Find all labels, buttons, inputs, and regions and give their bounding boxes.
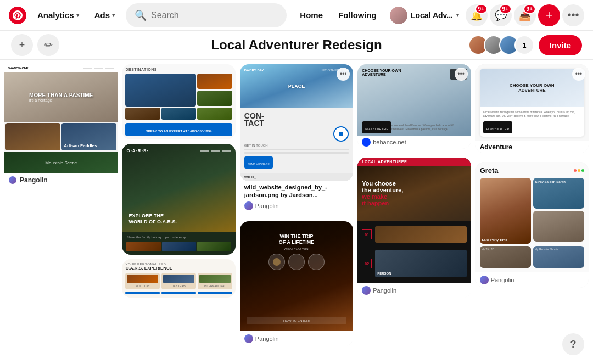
pin-title: wild_website_designed_by_-jardson.png by… (244, 183, 349, 199)
pin-user-name: Pangolin (373, 287, 396, 294)
pin-source-avatar (244, 201, 253, 210)
updates-badge: 9+ (523, 4, 536, 14)
ads-chevron-icon: ▾ (112, 12, 115, 18)
analytics-label: Analytics (37, 10, 74, 20)
pin-user-info: Pangolin (4, 174, 118, 188)
header: Analytics ▾ Ads ▾ 🔍 Home Following Local… (0, 0, 593, 31)
user-profile[interactable]: Local Adv... ▾ (385, 4, 463, 26)
column-5: CHOOSE YOUR OWNADVENTURE Local adventure… (475, 64, 589, 356)
user-avatar (390, 7, 407, 24)
help-button[interactable]: ? (562, 333, 584, 355)
pin-card[interactable]: YOUR PERSONALIZED O.A.R.S. EXPERIENCE MU… (122, 259, 235, 298)
collaborators-count: 1 (514, 35, 534, 55)
pin-user-avatar (244, 334, 253, 343)
pin-card[interactable]: O·A·R·S· EXPLORE THEWORLD OF O.A.R.S. Sh… (122, 144, 235, 255)
pin-more-button[interactable]: ••• (455, 68, 468, 81)
pin-user-avatar (480, 276, 489, 284)
pin-card[interactable]: WIN THE TRIPOF A LIFETIME WHAT YOU WIN: … (240, 221, 353, 346)
search-input[interactable] (151, 10, 278, 20)
search-icon: 🔍 (135, 9, 147, 21)
nav-right: Home Following Local Adv... ▾ 🔔 9+ 💬 9+ … (293, 4, 584, 26)
more-options-button[interactable]: ••• (562, 4, 584, 26)
ads-label: Ads (94, 10, 110, 20)
notifications-badge: 9+ (475, 4, 488, 14)
pin-card[interactable]: CHOOSE YOUR OWNADVENTURE ▶ Local adventu… (357, 64, 471, 149)
updates-button[interactable]: 📥 9+ (514, 4, 536, 26)
analytics-nav[interactable]: Analytics ▾ (33, 7, 83, 23)
masonry-grid: SHADOW ONE MORE THAN A PASTIME it's a he… (0, 60, 593, 360)
board-right: 1 Invite (468, 35, 582, 55)
pin-user-avatar (362, 286, 371, 295)
column-2: DESTINATIONS SPEAK TO AN EXPERT AT 1-888… (122, 64, 235, 356)
board-action-buttons: + ✏ (11, 34, 59, 56)
board-title: Local Adventurer Redesign (211, 37, 382, 53)
plus-icon: + (546, 9, 553, 21)
messages-button[interactable]: 💬 9+ (490, 4, 512, 26)
pin-user-name: Pangolin (20, 176, 48, 184)
pin-card[interactable]: CHOOSE YOUR OWNADVENTURE Local adventure… (475, 64, 589, 153)
column-1: SHADOW ONE MORE THAN A PASTIME it's a he… (4, 64, 118, 356)
source-icon (362, 138, 371, 147)
analytics-chevron-icon: ▾ (76, 12, 79, 18)
edit-board-button[interactable]: ✏ (37, 34, 59, 56)
user-chevron-icon: ▾ (456, 12, 459, 18)
invite-button[interactable]: Invite (539, 35, 582, 55)
pin-title: Adventure (480, 143, 584, 151)
help-icon: ? (570, 339, 577, 350)
column-3: DAY BY DAY LET OTHERS SEE PLACE CON-TACT (240, 64, 353, 356)
pin-user-name: Pangolin (255, 335, 279, 342)
pin-card[interactable]: SHADOW ONE MORE THAN A PASTIME it's a he… (4, 64, 118, 188)
pin-more-button[interactable]: ••• (337, 68, 350, 81)
messages-badge: 9+ (499, 4, 512, 14)
ads-nav[interactable]: Ads ▾ (90, 7, 119, 23)
pin-card[interactable]: Greta Lake Party Time (475, 162, 589, 288)
create-button[interactable]: + (538, 4, 560, 26)
search-bar[interactable]: 🔍 (126, 3, 287, 27)
add-pin-button[interactable]: + (11, 34, 33, 56)
user-name: Local Adv... (411, 11, 453, 20)
pin-card[interactable]: LOCAL ADVENTURER You choosethe adventure… (357, 158, 471, 298)
pin-card[interactable]: DESTINATIONS SPEAK TO AN EXPERT AT 1-888… (122, 64, 235, 139)
board-header: + ✏ Local Adventurer Redesign 1 Invite (0, 31, 593, 60)
pin-card[interactable]: DAY BY DAY LET OTHERS SEE PLACE CON-TACT (240, 64, 353, 181)
pin-user-avatar (9, 176, 16, 184)
home-link[interactable]: Home (293, 6, 329, 24)
pin-more-button[interactable]: ••• (572, 68, 585, 81)
main-content: SHADOW ONE MORE THAN A PASTIME it's a he… (0, 60, 593, 360)
source-label: behance.net (373, 139, 406, 145)
column-4: CHOOSE YOUR OWNADVENTURE ▶ Local adventu… (357, 64, 471, 356)
pin-user-name: Pangolin (491, 277, 514, 283)
edit-icon: ✏ (44, 39, 53, 51)
pinterest-logo[interactable] (9, 7, 26, 24)
add-icon: + (19, 40, 25, 51)
collaborator-avatars: 1 (468, 35, 534, 55)
more-icon: ••• (567, 9, 579, 21)
pin-source-label: Pangolin (255, 203, 279, 209)
notifications-button[interactable]: 🔔 9+ (466, 4, 488, 26)
following-link[interactable]: Following (332, 6, 383, 24)
